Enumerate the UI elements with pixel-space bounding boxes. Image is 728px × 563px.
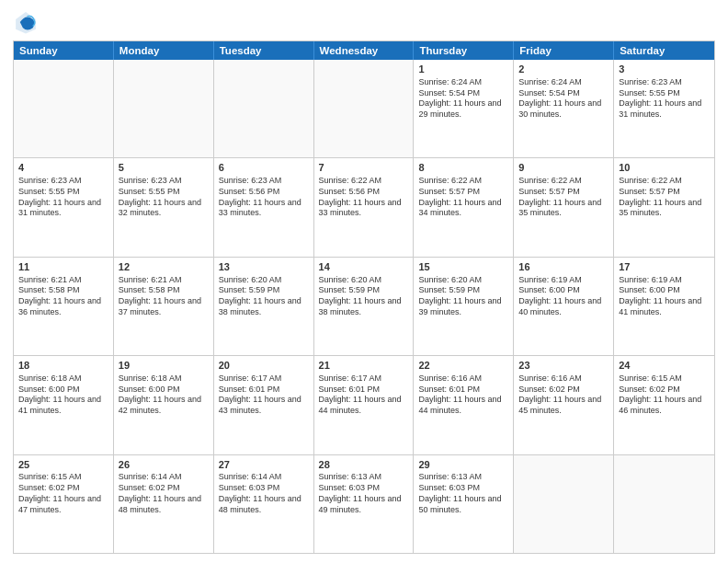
sunset-text: Sunset: 6:00 PM [619, 285, 710, 296]
daylight-text: Daylight: 11 hours and 32 minutes. [119, 198, 209, 219]
daylight-text: Daylight: 11 hours and 38 minutes. [219, 296, 309, 317]
sunrise-text: Sunrise: 6:18 AM [18, 373, 108, 385]
day-number: 19 [119, 359, 209, 373]
sunset-text: Sunset: 5:58 PM [119, 285, 209, 296]
day-number: 27 [219, 458, 309, 472]
sunset-text: Sunset: 5:59 PM [319, 285, 409, 296]
header-cell-saturday: Saturday [614, 41, 714, 60]
sunset-text: Sunset: 6:02 PM [619, 385, 710, 396]
sunset-text: Sunset: 5:58 PM [18, 285, 108, 296]
header-cell-tuesday: Tuesday [214, 41, 314, 60]
sunset-text: Sunset: 5:54 PM [518, 88, 609, 99]
page: SundayMondayTuesdayWednesdayThursdayFrid… [0, 0, 728, 563]
day-number: 10 [619, 161, 710, 175]
day-cell-9: 9Sunrise: 6:22 AMSunset: 5:57 PMDaylight… [514, 158, 614, 256]
sunrise-text: Sunrise: 6:17 AM [319, 373, 409, 385]
sunrise-text: Sunrise: 6:20 AM [418, 275, 508, 286]
sunrise-text: Sunrise: 6:15 AM [18, 472, 108, 483]
day-number: 8 [418, 161, 508, 175]
header [13, 9, 715, 35]
daylight-text: Daylight: 11 hours and 31 minutes. [619, 98, 710, 120]
day-cell-21: 21Sunrise: 6:17 AMSunset: 6:01 PMDayligh… [314, 356, 415, 454]
day-cell-26: 26Sunrise: 6:14 AMSunset: 6:02 PMDayligh… [114, 455, 214, 553]
header-cell-monday: Monday [114, 41, 214, 60]
sunrise-text: Sunrise: 6:15 AM [619, 373, 710, 385]
daylight-text: Daylight: 11 hours and 41 minutes. [18, 395, 108, 416]
day-number: 1 [418, 63, 508, 76]
sunset-text: Sunset: 5:54 PM [418, 88, 508, 99]
sunset-text: Sunset: 6:01 PM [219, 385, 309, 396]
day-number: 9 [518, 161, 609, 175]
sunrise-text: Sunrise: 6:13 AM [418, 472, 508, 483]
sunset-text: Sunset: 5:56 PM [219, 187, 309, 198]
daylight-text: Daylight: 11 hours and 46 minutes. [619, 395, 710, 416]
header-cell-thursday: Thursday [414, 41, 514, 60]
sunrise-text: Sunrise: 6:23 AM [18, 176, 108, 187]
daylight-text: Daylight: 11 hours and 43 minutes. [219, 395, 309, 416]
day-number: 2 [518, 63, 609, 76]
day-number: 26 [119, 458, 209, 472]
sunset-text: Sunset: 6:00 PM [18, 385, 108, 396]
daylight-text: Daylight: 11 hours and 34 minutes. [418, 198, 508, 219]
sunrise-text: Sunrise: 6:23 AM [119, 176, 209, 187]
day-cell-1: 1Sunrise: 6:24 AMSunset: 5:54 PMDaylight… [414, 60, 514, 157]
day-cell-25: 25Sunrise: 6:15 AMSunset: 6:02 PMDayligh… [14, 455, 114, 553]
daylight-text: Daylight: 11 hours and 33 minutes. [319, 198, 409, 219]
sunrise-text: Sunrise: 6:14 AM [219, 472, 309, 483]
day-number: 20 [219, 359, 309, 373]
sunrise-text: Sunrise: 6:19 AM [518, 275, 609, 286]
daylight-text: Daylight: 11 hours and 29 minutes. [418, 98, 508, 120]
day-cell-empty [214, 60, 314, 157]
day-cell-2: 2Sunrise: 6:24 AMSunset: 5:54 PMDaylight… [514, 60, 614, 157]
sunset-text: Sunset: 6:01 PM [319, 385, 409, 396]
day-cell-11: 11Sunrise: 6:21 AMSunset: 5:58 PMDayligh… [14, 258, 114, 355]
sunrise-text: Sunrise: 6:13 AM [319, 472, 409, 483]
day-number: 25 [18, 458, 108, 472]
sunrise-text: Sunrise: 6:21 AM [119, 275, 209, 286]
sunrise-text: Sunrise: 6:23 AM [219, 176, 309, 187]
sunrise-text: Sunrise: 6:22 AM [418, 176, 508, 187]
day-cell-empty [114, 60, 214, 157]
sunset-text: Sunset: 6:02 PM [119, 483, 209, 494]
sunset-text: Sunset: 5:55 PM [18, 187, 108, 198]
day-number: 7 [319, 161, 409, 175]
daylight-text: Daylight: 11 hours and 39 minutes. [418, 296, 508, 317]
daylight-text: Daylight: 11 hours and 41 minutes. [619, 296, 710, 317]
week-row-1: 4Sunrise: 6:23 AMSunset: 5:55 PMDaylight… [14, 158, 714, 257]
sunset-text: Sunset: 5:55 PM [619, 88, 710, 99]
day-cell-empty [14, 60, 114, 157]
day-cell-3: 3Sunrise: 6:23 AMSunset: 5:55 PMDaylight… [614, 60, 714, 157]
day-number: 4 [18, 161, 108, 175]
day-number: 18 [18, 359, 108, 373]
sunset-text: Sunset: 5:57 PM [518, 187, 609, 198]
day-number: 6 [219, 161, 309, 175]
header-cell-sunday: Sunday [14, 41, 114, 60]
day-cell-28: 28Sunrise: 6:13 AMSunset: 6:03 PMDayligh… [314, 455, 415, 553]
sunrise-text: Sunrise: 6:21 AM [18, 275, 108, 286]
day-cell-20: 20Sunrise: 6:17 AMSunset: 6:01 PMDayligh… [214, 356, 314, 454]
sunrise-text: Sunrise: 6:22 AM [518, 176, 609, 187]
daylight-text: Daylight: 11 hours and 49 minutes. [319, 494, 409, 515]
sunset-text: Sunset: 5:56 PM [319, 187, 409, 198]
daylight-text: Daylight: 11 hours and 47 minutes. [18, 494, 108, 515]
daylight-text: Daylight: 11 hours and 45 minutes. [518, 395, 609, 416]
day-number: 3 [619, 63, 710, 76]
sunset-text: Sunset: 6:03 PM [219, 483, 309, 494]
sunrise-text: Sunrise: 6:24 AM [518, 77, 609, 88]
header-cell-wednesday: Wednesday [314, 41, 415, 60]
day-cell-10: 10Sunrise: 6:22 AMSunset: 5:57 PMDayligh… [614, 158, 714, 256]
calendar: SundayMondayTuesdayWednesdayThursdayFrid… [13, 40, 715, 554]
day-cell-6: 6Sunrise: 6:23 AMSunset: 5:56 PMDaylight… [214, 158, 314, 256]
daylight-text: Daylight: 11 hours and 33 minutes. [219, 198, 309, 219]
day-number: 14 [319, 260, 409, 274]
week-row-0: 1Sunrise: 6:24 AMSunset: 5:54 PMDaylight… [14, 60, 714, 158]
logo [13, 9, 42, 35]
sunrise-text: Sunrise: 6:20 AM [219, 275, 309, 286]
sunrise-text: Sunrise: 6:20 AM [319, 275, 409, 286]
day-cell-8: 8Sunrise: 6:22 AMSunset: 5:57 PMDaylight… [414, 158, 514, 256]
day-cell-18: 18Sunrise: 6:18 AMSunset: 6:00 PMDayligh… [14, 356, 114, 454]
calendar-body: 1Sunrise: 6:24 AMSunset: 5:54 PMDaylight… [14, 60, 714, 553]
daylight-text: Daylight: 11 hours and 48 minutes. [119, 494, 209, 515]
day-number: 21 [319, 359, 409, 373]
sunset-text: Sunset: 6:01 PM [418, 385, 508, 396]
